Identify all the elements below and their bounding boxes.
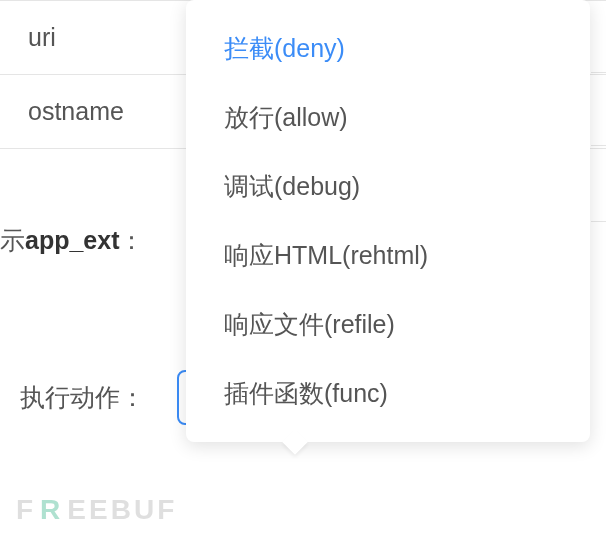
dropdown-option-func[interactable]: 插件函数(func) — [186, 359, 590, 428]
action-label: 执行动作： — [20, 381, 145, 414]
app-ext-colon: ： — [119, 224, 144, 257]
dropdown-tail — [282, 429, 307, 454]
app-ext-prefix: 示 — [0, 224, 25, 257]
app-ext-bold: app_ext — [25, 226, 119, 255]
dropdown-option-deny[interactable]: 拦截(deny) — [186, 14, 590, 83]
action-dropdown: 拦截(deny) 放行(allow) 调试(debug) 响应HTML(reht… — [186, 0, 590, 442]
dropdown-option-rehtml[interactable]: 响应HTML(rehtml) — [186, 221, 590, 290]
row-label: uri — [28, 23, 56, 51]
row-label: ostname — [28, 97, 124, 125]
dropdown-option-debug[interactable]: 调试(debug) — [186, 152, 590, 221]
watermark: FREEBUF — [16, 494, 177, 526]
dropdown-option-allow[interactable]: 放行(allow) — [186, 83, 590, 152]
dropdown-option-refile[interactable]: 响应文件(refile) — [186, 290, 590, 359]
